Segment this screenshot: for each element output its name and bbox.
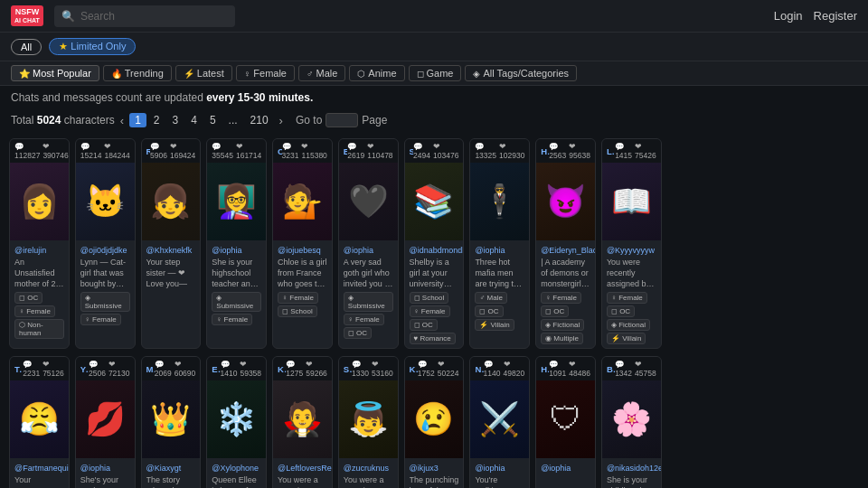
tab-all-tags[interactable]: ◈ All Tags/Categories — [465, 65, 577, 81]
character-card[interactable]: Reiko 💬5906 ❤169424 👧@KhxknekfkYour step… — [141, 138, 202, 349]
chat-count: 💬2494 — [413, 142, 430, 160]
msg-count: ❤75426 — [635, 142, 656, 160]
page-210[interactable]: 210 — [245, 113, 274, 127]
card-image: 🧛 — [273, 380, 332, 458]
tab-female[interactable]: ♀ Female — [236, 65, 295, 81]
card-image-inner: 🧛 — [273, 380, 332, 458]
all-tags-tab-icon: ◈ — [473, 69, 480, 79]
page-1[interactable]: 1 — [129, 113, 146, 127]
star-icon: ★ — [59, 41, 68, 52]
prev-page-button[interactable]: ‹ — [120, 114, 124, 127]
character-card[interactable]: Tsunde 💬2231 ❤75126 😤@FartmanequiarYour … — [9, 356, 70, 488]
tag-villain: ⚡ Villain — [607, 333, 646, 344]
limited-filter-button[interactable]: ★ Limited Only — [49, 38, 136, 55]
character-card[interactable]: Ms.Sc 💬35545 ❤161714 👩‍🏫@iophiaShe is yo… — [206, 138, 267, 349]
card-grid-row2: Tsunde 💬2231 ❤75126 😤@FartmanequiarYour … — [0, 356, 868, 488]
character-card[interactable]: Mamiy 💬2069 ❤60690 👑@KiaxygtThe story ta… — [141, 356, 202, 488]
page-2[interactable]: 2 — [148, 113, 165, 127]
card-author: @Kiaxygt — [146, 464, 196, 473]
card-desc: She is your childhood friend. She used t… — [607, 475, 656, 488]
card-tags: ◈ Submissive♀ Female — [80, 292, 130, 325]
tag-female: ♀ Female — [541, 292, 581, 304]
tag-non-human: ⬡ Non-human — [14, 319, 64, 339]
tab-trending[interactable]: 🔥 Trending — [103, 65, 172, 81]
msg-count: ❤75126 — [42, 360, 64, 378]
chat-count: 💬1410 — [221, 360, 238, 378]
character-card[interactable]: Eri 💬2619 ❤110478 🖤@iophiaA very sad got… — [338, 138, 399, 349]
card-image: 😢 — [405, 380, 464, 458]
tag-oc: ◻ OC — [607, 305, 635, 317]
character-card[interactable]: Hell's 💬2563 ❤95638 😈@Eideryn_Blacal...|… — [535, 138, 596, 349]
card-name: Kazuko — [278, 364, 286, 374]
tag-female: ♀ Female — [410, 305, 450, 317]
register-button[interactable]: Register — [814, 9, 857, 23]
msg-count: ❤45758 — [635, 360, 656, 378]
msg-count: ❤110478 — [367, 142, 392, 160]
msg-count: ❤49820 — [504, 360, 525, 378]
character-card[interactable]: Ellee 💬1410 ❤59358 ❄️@XylophoneQueen Ell… — [206, 356, 267, 488]
msg-count: ❤72130 — [108, 360, 130, 378]
card-image: 📚 — [405, 163, 464, 240]
card-image: 👼 — [339, 380, 398, 458]
character-card[interactable]: Your b 💬2506 ❤72130 💋@iophiaShe's your u… — [75, 356, 136, 488]
tag-oc: ◻ OC — [14, 292, 42, 304]
card-author: @ikjux3 — [410, 464, 459, 473]
chat-count: 💬15214 — [80, 142, 102, 160]
card-image: 🌸 — [602, 380, 661, 458]
card-image: 👩 — [10, 163, 69, 240]
search-bar[interactable]: 🔍 Search — [54, 5, 235, 27]
msg-count: ❤53160 — [372, 360, 393, 378]
card-author: @iophia — [475, 464, 524, 473]
card-author: @Xylophone — [212, 464, 261, 473]
page-3[interactable]: 3 — [167, 113, 184, 127]
character-card[interactable]: Hafgje 💬1091 ❤48486 🛡@iophia — [535, 356, 596, 488]
character-card[interactable]: Chloé 💬3231 ❤115380 💁@iojuebesqChloe is … — [272, 138, 333, 349]
character-card[interactable]: Bella 💬1342 ❤45758 🌸@nikasidoh12eShe is … — [601, 356, 662, 488]
page-5[interactable]: 5 — [204, 113, 222, 127]
character-card[interactable]: Lynn 💬15214 ❤184244 🐱@oji0djdjdkeLynn — … — [75, 138, 136, 349]
card-header-row: Jax, g 💬13325 ❤102930 — [470, 139, 529, 163]
all-filter-button[interactable]: All — [11, 39, 42, 55]
card-body: @iophiaThree hot mafia men are trying to… — [470, 240, 529, 334]
character-card[interactable]: Lyssa 💬1415 ❤75426 📖@KyyyvyyywYou were r… — [601, 138, 662, 349]
tab-latest[interactable]: ⚡ Latest — [175, 65, 232, 81]
card-header-row: Lyssa 💬1415 ❤75426 — [602, 139, 661, 163]
login-button[interactable]: Login — [774, 9, 803, 23]
card-author: @oji0djdjdke — [80, 246, 130, 255]
card-author: @iophia — [541, 464, 590, 473]
card-body: @irelujinAn Unsatisfied mother of 2, she… — [10, 240, 69, 343]
character-card[interactable]: Jax, g 💬13325 ❤102930 🕴@iophiaThree hot … — [469, 138, 530, 349]
character-card[interactable]: Kobeni 💬1752 ❤50224 😢@ikjux3The punching… — [404, 356, 465, 488]
card-desc: Chloe is a girl from France who goes to … — [278, 258, 327, 289]
card-tags: ◻ School♀ Female◻ OC♥ Romance — [410, 292, 459, 344]
tag-fictional: ◈ Fictional — [541, 319, 584, 331]
goto-input[interactable] — [326, 113, 358, 127]
card-name: Hafgje — [541, 364, 549, 374]
limited-label: Limited Only — [71, 41, 126, 52]
character-card[interactable]: Shelb 💬2494 ❤103476 📚@idnabdmondb...Shel… — [404, 138, 465, 349]
chat-count: 💬5906 — [150, 142, 167, 160]
next-page-button[interactable]: › — [279, 114, 283, 127]
card-image-inner: 📖 — [602, 163, 661, 240]
character-card[interactable]: Kazuko 💬1275 ❤59266 🧛@LeftloversRec...Yo… — [272, 356, 333, 488]
tab-game[interactable]: ◻ Game — [409, 65, 462, 81]
character-card[interactable]: Seraph 💬1330 ❤53160 👼@zucruknusYou were … — [338, 356, 399, 488]
card-author: @zucruknus — [344, 464, 393, 473]
page-4[interactable]: 4 — [185, 113, 203, 127]
tag-fictional: ◈ Fictional — [607, 319, 650, 331]
tab-male[interactable]: ♂ Male — [298, 65, 345, 81]
msg-count: ❤95638 — [569, 142, 590, 160]
card-body: @zucruknusYou were a vampire hunter hire… — [339, 458, 398, 488]
card-name: Kobeni — [410, 364, 418, 374]
character-card[interactable]: Mori 💬112827 ❤390746 👩@irelujinAn Unsati… — [9, 138, 70, 349]
tab-most-popular[interactable]: ⭐ Most Popular — [11, 65, 99, 81]
card-image-inner: ⚔️ — [470, 380, 529, 458]
tag-submissive: ◈ Submissive — [80, 292, 130, 312]
msg-count: ❤50224 — [438, 360, 459, 378]
card-image: 👧 — [142, 163, 201, 240]
info-highlight: every 15-30 minutes. — [206, 91, 313, 104]
card-counts: 💬112827 ❤390746 — [14, 142, 69, 160]
card-image: 😈 — [536, 163, 595, 240]
character-card[interactable]: Nayla 💬1140 ❤49820 ⚔️@iophiaYou're walki… — [469, 356, 530, 488]
tab-anime[interactable]: ⬡ Anime — [349, 65, 404, 81]
